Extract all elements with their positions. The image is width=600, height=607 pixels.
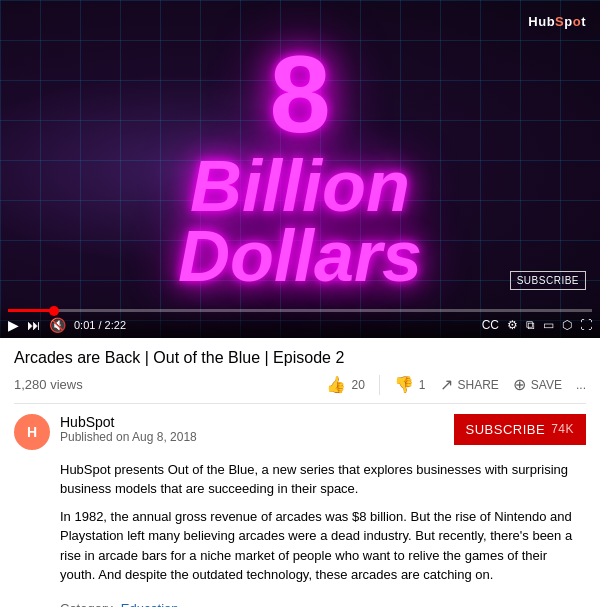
save-icon: ⊕	[513, 375, 526, 394]
hubspot-watermark: HubSpot	[528, 14, 586, 29]
more-button[interactable]: ...	[576, 378, 586, 392]
category-value[interactable]: Education	[121, 601, 179, 607]
neon-dollars: Dollars	[178, 215, 422, 297]
video-stats-row: 1,280 views 👍 20 👎 1 ↗ SHARE ⊕ SAVE ...	[14, 375, 586, 404]
video-title: Arcades are Back | Out of the Blue | Epi…	[14, 348, 586, 369]
dislike-button[interactable]: 👎 1	[394, 375, 426, 394]
share-label: SHARE	[458, 378, 499, 392]
category-row: Category Education	[0, 593, 600, 607]
subscriber-count: 74K	[551, 422, 574, 436]
save-button[interactable]: ⊕ SAVE	[513, 375, 562, 394]
play-button[interactable]: ▶	[8, 318, 19, 332]
save-label: SAVE	[531, 378, 562, 392]
volume-button[interactable]: 🔇	[49, 318, 66, 332]
subscribe-video-button[interactable]: SUBSCRIBE	[510, 271, 586, 290]
progress-bar[interactable]	[8, 309, 592, 312]
subtitles-button[interactable]: CC	[482, 318, 499, 332]
description-line1: HubSpot presents Out of the Blue, a new …	[60, 460, 586, 499]
progress-dot	[49, 306, 59, 316]
theater-button[interactable]: ▭	[543, 318, 554, 332]
subscribe-label: SUBSCRIBE	[466, 422, 546, 437]
channel-info: HubSpot Published on Aug 8, 2018	[60, 414, 454, 444]
miniplayer-button[interactable]: ⧉	[526, 318, 535, 332]
settings-button[interactable]: ⚙	[507, 318, 518, 332]
description: HubSpot presents Out of the Blue, a new …	[0, 460, 600, 585]
progress-fill	[8, 309, 49, 312]
category-label: Category	[60, 601, 113, 607]
more-icon: ...	[576, 378, 586, 392]
video-player[interactable]: 8 Billion Dollars HubSpot SUBSCRIBE ▶ ⏭ …	[0, 0, 600, 338]
description-line2: In 1982, the annual gross revenue of arc…	[60, 507, 586, 585]
channel-name[interactable]: HubSpot	[60, 414, 454, 430]
views-count: 1,280 views	[14, 377, 326, 392]
published-date: Published on Aug 8, 2018	[60, 430, 454, 444]
neon-number: 8	[269, 30, 330, 157]
dislike-icon: 👎	[394, 375, 414, 394]
fullscreen-button[interactable]: ⛶	[580, 318, 592, 332]
like-count: 20	[351, 378, 364, 392]
time-display: 0:01 / 2:22	[74, 319, 126, 331]
video-info: Arcades are Back | Out of the Blue | Epi…	[0, 338, 600, 404]
share-icon: ↗	[440, 375, 453, 394]
share-button[interactable]: ↗ SHARE	[440, 375, 499, 394]
like-icon: 👍	[326, 375, 346, 394]
subscribe-channel-button[interactable]: SUBSCRIBE 74K	[454, 414, 587, 445]
like-button[interactable]: 👍 20	[326, 375, 364, 394]
cast-button[interactable]: ⬡	[562, 318, 572, 332]
action-buttons: 👍 20 👎 1 ↗ SHARE ⊕ SAVE ...	[326, 375, 586, 395]
skip-button[interactable]: ⏭	[27, 318, 41, 332]
channel-row: H HubSpot Published on Aug 8, 2018 SUBSC…	[0, 414, 600, 450]
like-divider	[379, 375, 380, 395]
dislike-count: 1	[419, 378, 426, 392]
channel-avatar[interactable]: H	[14, 414, 50, 450]
video-controls: ▶ ⏭ 🔇 0:01 / 2:22 CC ⚙ ⧉ ▭ ⬡ ⛶	[0, 305, 600, 338]
